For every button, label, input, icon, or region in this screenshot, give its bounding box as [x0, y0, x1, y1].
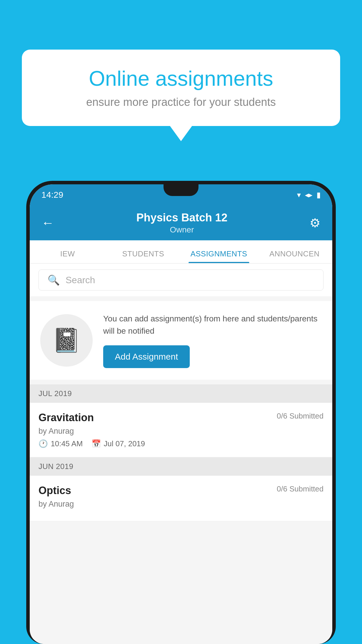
- speech-bubble-title: Online assignments: [42, 67, 320, 90]
- assignment-submitted-gravitation: 0/6 Submitted: [277, 412, 324, 421]
- assignment-time-gravitation: 🕐 10:45 AM: [38, 439, 83, 448]
- clock-icon: 🕐: [38, 439, 48, 448]
- phone-frame: 14:29 ▾ ◂▸ ▮ ← Physics Batch 12 Owner ⚙ …: [26, 181, 336, 644]
- assignment-date-gravitation: 📅 Jul 07, 2019: [92, 439, 145, 448]
- assignment-time-value: 10:45 AM: [51, 439, 83, 448]
- search-icon: 🔍: [48, 274, 60, 286]
- empty-state-icon-circle: 📓: [40, 314, 93, 367]
- tabs-bar: IEW STUDENTS ASSIGNMENTS ANNOUNCEN: [30, 240, 332, 264]
- tab-assignments[interactable]: ASSIGNMENTS: [181, 249, 257, 263]
- battery-icon: ▮: [317, 190, 321, 200]
- empty-state-card: 📓 You can add assignment(s) from here an…: [30, 301, 332, 380]
- assignment-meta-gravitation: 🕐 10:45 AM 📅 Jul 07, 2019: [38, 439, 324, 448]
- speech-bubble: Online assignments ensure more practice …: [22, 50, 340, 126]
- calendar-icon: 📅: [92, 439, 101, 448]
- header-subtitle: Owner: [136, 225, 228, 235]
- search-placeholder: Search: [66, 275, 95, 286]
- back-button[interactable]: ←: [41, 216, 54, 230]
- assignment-name-optics: Optics: [38, 484, 71, 497]
- tab-announcements[interactable]: ANNOUNCEN: [257, 249, 333, 263]
- speech-bubble-container: Online assignments ensure more practice …: [22, 50, 340, 126]
- tab-students[interactable]: STUDENTS: [106, 249, 181, 263]
- section-header-jul: JUL 2019: [30, 384, 332, 403]
- add-assignment-button[interactable]: Add Assignment: [103, 345, 190, 368]
- assignment-by-gravitation: by Anurag: [38, 427, 324, 436]
- speech-bubble-subtitle: ensure more practice for your students: [42, 96, 320, 108]
- search-container: 🔍 Search: [30, 264, 332, 296]
- signal-icon: ◂▸: [305, 190, 312, 200]
- status-icons: ▾ ◂▸ ▮: [297, 190, 321, 200]
- content-area: 🔍 Search 📓 You can add assignment(s) fro…: [30, 264, 332, 644]
- settings-icon[interactable]: ⚙: [310, 216, 321, 230]
- phone-notch: [164, 184, 198, 196]
- section-header-jun: JUN 2019: [30, 457, 332, 476]
- assignment-date-value: Jul 07, 2019: [104, 439, 145, 448]
- empty-state-description: You can add assignment(s) from here and …: [103, 313, 322, 337]
- tab-iew[interactable]: IEW: [30, 249, 106, 263]
- phone-inner: 14:29 ▾ ◂▸ ▮ ← Physics Batch 12 Owner ⚙ …: [30, 184, 332, 644]
- assignment-submitted-optics: 0/6 Submitted: [277, 484, 324, 494]
- header-title: Physics Batch 12: [136, 211, 228, 224]
- assignment-item-optics[interactable]: Optics 0/6 Submitted by Anurag: [30, 476, 332, 521]
- assignment-header-row: Gravitation 0/6 Submitted: [38, 412, 324, 424]
- status-time: 14:29: [41, 190, 63, 200]
- assignment-name-gravitation: Gravitation: [38, 412, 94, 424]
- assignment-by-optics: by Anurag: [38, 500, 324, 509]
- empty-state-text: You can add assignment(s) from here and …: [103, 313, 322, 368]
- wifi-icon: ▾: [297, 190, 301, 200]
- header-title-group: Physics Batch 12 Owner: [136, 211, 228, 235]
- assignment-item-gravitation[interactable]: Gravitation 0/6 Submitted by Anurag 🕐 10…: [30, 403, 332, 457]
- notebook-icon: 📓: [52, 327, 81, 354]
- assignment-header-row-optics: Optics 0/6 Submitted: [38, 484, 324, 497]
- search-bar[interactable]: 🔍 Search: [38, 270, 324, 290]
- app-header: ← Physics Batch 12 Owner ⚙: [30, 205, 332, 240]
